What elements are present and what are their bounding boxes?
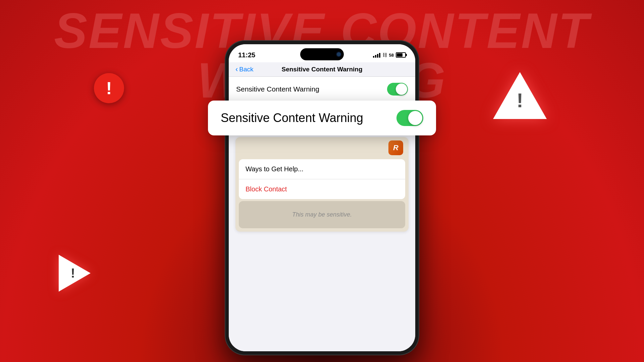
exclamation-circle-icon: ! — [94, 73, 124, 103]
dynamic-island — [300, 48, 344, 60]
overlay-toggle-knob — [408, 111, 422, 125]
chevron-left-icon: ‹ — [235, 66, 238, 73]
play-exclamation: ! — [71, 266, 75, 281]
status-time: 11:25 — [238, 51, 255, 59]
exclamation-symbol: ! — [106, 79, 112, 97]
warning-triangle-icon: ! — [493, 72, 547, 119]
action-card: R Ways to Get Help... Block Contact This… — [235, 137, 409, 232]
app-icon: R — [388, 140, 403, 155]
blurred-content: This may be sensitive. — [239, 201, 405, 228]
battery-label: 58 — [389, 53, 394, 58]
overlay-toggle-label: Sensitive Content Warning — [221, 111, 363, 125]
phone-screen: 11:25 ⛓ 58 — [229, 44, 415, 351]
signal-icon — [373, 52, 380, 58]
camera-dot — [337, 53, 340, 56]
block-contact-label: Block Contact — [246, 185, 287, 193]
status-icons: ⛓ 58 — [373, 52, 406, 58]
battery-icon — [396, 52, 406, 58]
overlay-toggle-switch[interactable] — [396, 110, 423, 126]
status-bar: 11:25 ⛓ 58 — [229, 44, 415, 62]
play-triangle-icon: ! — [52, 255, 92, 292]
ways-to-get-help-item[interactable]: Ways to Get Help... — [239, 159, 405, 179]
sensitive-label: This may be sensitive. — [292, 211, 352, 218]
nav-bar: ‹ Back Sensitive Content Warning — [229, 62, 415, 77]
link-icon: ⛓ — [382, 52, 387, 58]
toggle-label: Sensitive Content Warning — [236, 85, 319, 93]
toggle-switch[interactable] — [387, 83, 408, 96]
action-card-header: R — [235, 137, 409, 157]
overlay-toggle-card: Sensitive Content Warning — [208, 101, 436, 135]
back-button[interactable]: ‹ Back — [235, 66, 254, 73]
action-menu: Ways to Get Help... Block Contact — [239, 159, 405, 199]
ways-to-get-help-label: Ways to Get Help... — [246, 165, 304, 173]
phone-wrapper: 11:25 ⛓ 58 — [225, 40, 419, 355]
back-label: Back — [239, 66, 253, 73]
phone-shell: 11:25 ⛓ 58 — [225, 40, 419, 355]
toggle-card[interactable]: Sensitive Content Warning — [229, 77, 415, 102]
block-contact-item[interactable]: Block Contact — [239, 179, 405, 199]
nav-title: Sensitive Content Warning — [281, 66, 362, 73]
toggle-knob — [396, 83, 407, 95]
battery-fill — [397, 53, 402, 57]
triangle-exclamation: ! — [517, 89, 523, 112]
